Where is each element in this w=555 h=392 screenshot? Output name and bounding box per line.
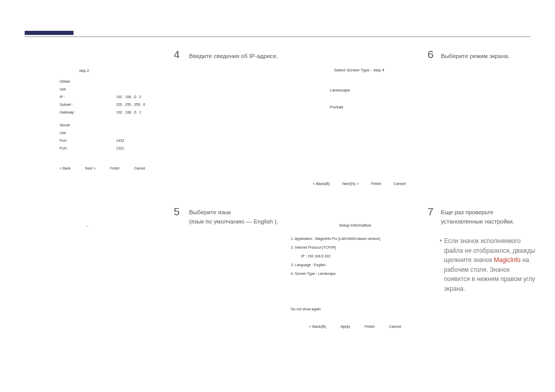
- bullet-icon: •: [440, 237, 442, 245]
- language-dialog: –: [72, 224, 103, 228]
- back-button[interactable]: < Back: [60, 166, 71, 170]
- next-button[interactable]: Next(N) >: [342, 181, 359, 186]
- ip-row-value: 255 . 255 . 255 . 0: [116, 103, 145, 106]
- screen-type-option-landscape[interactable]: Landscape: [330, 88, 418, 92]
- note-brand-name: MagicInfo: [494, 256, 521, 264]
- step4-title: Введите сведения об IP-адресе.: [189, 51, 278, 61]
- screen-type-button-row: < Back(B) Next(N) > Finish Cancel: [300, 181, 418, 186]
- language-marker: –: [86, 224, 88, 228]
- header-rule: [25, 36, 530, 37]
- screen-type-header: Select Screen Type - step 4: [300, 68, 418, 72]
- ip-row-ip: IP :192 . 168 . 0 . 2: [43, 95, 156, 99]
- ip-row-label: Use: [60, 87, 116, 91]
- screen-type-option-portrait[interactable]: Portrait: [330, 105, 418, 109]
- cancel-button[interactable]: Cancel: [389, 324, 401, 329]
- step6-title: Выберите режим экрана.: [441, 51, 510, 61]
- step7-title: Еще раз проверьте установленные настройк…: [441, 208, 514, 227]
- ip-row-value: 192 . 168 . 0 . 1: [116, 110, 141, 114]
- ip-row-gateway: Gateway :192 . 168 . 0 . 1: [43, 110, 156, 114]
- server-row-label: Use: [60, 131, 116, 135]
- ip-row-value: 192 . 168 . 0 . 2: [116, 95, 141, 99]
- ip-setup-dialog: step 2 Obtain Use IP :192 . 168 . 0 . 2 …: [43, 69, 156, 170]
- setup-info-line-language: 3. Language : English: [291, 263, 419, 267]
- ip-dialog-button-row: < Back Next > Finish Cancel: [60, 166, 156, 170]
- step7-title-line2: установленные настройки.: [441, 218, 514, 225]
- back-button[interactable]: < Back(B): [313, 181, 330, 186]
- do-not-show-again-checkbox[interactable]: Do not show again: [291, 307, 419, 311]
- page: 4 Введите сведения об IP-адресе. step 2 …: [0, 0, 555, 392]
- step6-number: 6: [428, 48, 434, 61]
- server-row-port1: Port :1432: [43, 139, 156, 142]
- apply-button[interactable]: Apply: [341, 324, 350, 329]
- server-row-use: Use: [43, 131, 156, 135]
- back-button[interactable]: < Back(B): [309, 324, 326, 329]
- ip-row-label: IP :: [60, 95, 116, 99]
- server-row-value: 1321: [116, 146, 124, 150]
- setup-info-line-app: 1. Application : MagicInfo Pro [LAN,WAN …: [291, 237, 419, 240]
- step5-title-line1: Выберите язык: [189, 209, 231, 215]
- server-row-value: 1432: [116, 139, 124, 142]
- content-area: 4 Введите сведения об IP-адресе. step 2 …: [27, 48, 530, 371]
- ip-dialog-header: step 2: [79, 69, 156, 72]
- setup-info-line-screentype: 4. Screen Type : Landscape: [291, 272, 419, 275]
- setup-info-line-protocol: 2. Internet Protocol [TCP/IP]: [291, 246, 419, 249]
- screen-type-dialog: Select Screen Type - step 4 Landscape Po…: [300, 68, 418, 186]
- finish-button[interactable]: Finish: [110, 166, 120, 170]
- setup-info-line-ip: IP : 192.168.0.102: [301, 254, 419, 258]
- step5-number: 5: [174, 206, 180, 218]
- cancel-button[interactable]: Cancel: [134, 166, 145, 170]
- server-section-header: Server: [43, 123, 156, 127]
- step5-title: Выберите язык (язык по умолчанию — Engli…: [189, 208, 278, 227]
- step7-title-line1: Еще раз проверьте: [441, 209, 493, 215]
- ip-row-label: Subnet :: [60, 103, 116, 106]
- ip-row-obtain: Obtain: [43, 80, 156, 83]
- server-row-port2: Port :1321: [43, 146, 156, 150]
- note-block: •Если значок исполняемого файла не отобр…: [433, 236, 535, 294]
- header-accent-bar: [25, 31, 73, 35]
- setup-info-button-row: < Back(B) Apply Finish Cancel: [291, 324, 419, 329]
- next-button[interactable]: Next >: [85, 166, 96, 170]
- cancel-button[interactable]: Cancel: [394, 181, 405, 186]
- ip-row-label: Obtain: [60, 80, 116, 83]
- finish-button[interactable]: Finish: [364, 324, 375, 329]
- step4-number: 4: [174, 48, 180, 61]
- ip-row-subnet: Subnet :255 . 255 . 255 . 0: [43, 103, 156, 106]
- ip-row-use: Use: [43, 87, 156, 91]
- step5-title-line2: (язык по умолчанию — English ).: [189, 218, 278, 225]
- finish-button[interactable]: Finish: [371, 181, 381, 186]
- step7-number: 7: [428, 206, 434, 218]
- setup-info-header: Setup Information: [291, 223, 419, 228]
- server-section-label: Server: [60, 123, 116, 127]
- server-row-label: Port :: [60, 146, 116, 150]
- ip-row-label: Gateway :: [60, 110, 116, 114]
- setup-information-dialog: Setup Information 1. Application : Magic…: [291, 223, 419, 329]
- server-row-label: Port :: [60, 139, 116, 142]
